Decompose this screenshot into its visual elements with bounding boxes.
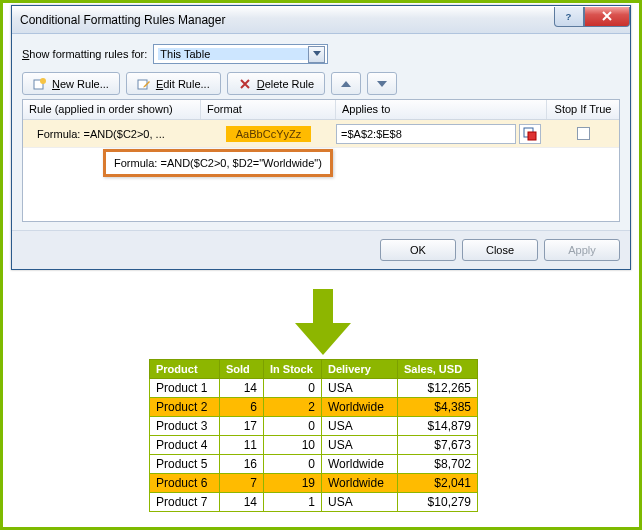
delete-rule-button[interactable]: Delete Rule: [227, 72, 326, 95]
dropdown-arrow-icon: [308, 46, 325, 63]
arrow-icon: [293, 289, 353, 355]
delete-rule-icon: [238, 77, 252, 91]
table-cell: Product 5: [150, 455, 220, 474]
table-header: In Stock: [264, 360, 322, 379]
table-cell: $14,879: [398, 417, 478, 436]
table-cell: $12,265: [398, 379, 478, 398]
table-cell: Product 4: [150, 436, 220, 455]
table-cell: $8,702: [398, 455, 478, 474]
table-cell: 10: [264, 436, 322, 455]
table-cell: 14: [220, 493, 264, 512]
table-row: Product 6719Worldwide$2,041: [150, 474, 478, 493]
table-cell: 0: [264, 417, 322, 436]
table-row: Product 3170USA$14,879: [150, 417, 478, 436]
dialog-title: Conditional Formatting Rules Manager: [20, 13, 225, 27]
table-header: Product: [150, 360, 220, 379]
show-rules-label-text: how formatting rules for:: [29, 48, 147, 60]
col-header-format: Format: [201, 100, 336, 119]
table-row: Product 1140USA$12,265: [150, 379, 478, 398]
show-rules-label: Show formatting rules for:: [22, 48, 147, 60]
table-cell: USA: [322, 417, 398, 436]
table-cell: Worldwide: [322, 455, 398, 474]
rule-formula-cell: Formula: =AND($C2>0, ...: [23, 128, 201, 140]
table-cell: 1: [264, 493, 322, 512]
table-cell: 2: [264, 398, 322, 417]
result-table: ProductSoldIn StockDeliverySales, USD Pr…: [149, 359, 478, 512]
table-cell: Worldwide: [322, 474, 398, 493]
table-row: Product 262Worldwide$4,385: [150, 398, 478, 417]
table-cell: 17: [220, 417, 264, 436]
new-rule-icon: [33, 77, 47, 91]
table-cell: Product 7: [150, 493, 220, 512]
chevron-up-icon: [341, 80, 351, 88]
table-cell: 0: [264, 379, 322, 398]
table-row: Product 41110USA$7,673: [150, 436, 478, 455]
svg-rect-5: [528, 132, 536, 140]
table-cell: 11: [220, 436, 264, 455]
table-header: Delivery: [322, 360, 398, 379]
table-cell: 14: [220, 379, 264, 398]
edit-rule-icon: [137, 77, 151, 91]
table-cell: Worldwide: [322, 398, 398, 417]
table-cell: USA: [322, 493, 398, 512]
table-row: Product 5160Worldwide$8,702: [150, 455, 478, 474]
table-header: Sold: [220, 360, 264, 379]
help-button[interactable]: ?: [554, 7, 584, 27]
formula-tooltip: Formula: =AND($C2>0, $D2="Worldwide"): [103, 149, 333, 177]
ok-button[interactable]: OK: [380, 239, 456, 261]
table-cell: USA: [322, 436, 398, 455]
table-cell: Product 3: [150, 417, 220, 436]
scope-dropdown-value: This Table: [158, 48, 308, 60]
range-picker-icon: [523, 127, 537, 141]
close-dialog-button[interactable]: Close: [462, 239, 538, 261]
table-cell: $10,279: [398, 493, 478, 512]
table-row: Product 7141USA$10,279: [150, 493, 478, 512]
table-cell: Product 6: [150, 474, 220, 493]
table-header: Sales, USD: [398, 360, 478, 379]
range-select-button[interactable]: [519, 124, 541, 144]
table-cell: USA: [322, 379, 398, 398]
col-header-stop: Stop If True: [547, 100, 619, 119]
stop-if-true-checkbox[interactable]: [577, 127, 590, 140]
delete-rule-label: elete Rule: [265, 78, 315, 90]
cf-rules-manager-dialog: Conditional Formatting Rules Manager ? S…: [11, 5, 631, 270]
applies-to-input[interactable]: [336, 124, 516, 144]
col-header-applies: Applies to: [336, 100, 547, 119]
table-cell: Product 1: [150, 379, 220, 398]
table-cell: $4,385: [398, 398, 478, 417]
move-down-button[interactable]: [367, 72, 397, 95]
table-cell: $7,673: [398, 436, 478, 455]
apply-button[interactable]: Apply: [544, 239, 620, 261]
table-cell: 7: [220, 474, 264, 493]
table-cell: 19: [264, 474, 322, 493]
new-rule-button[interactable]: New Rule...: [22, 72, 120, 95]
scope-dropdown[interactable]: This Table: [153, 44, 328, 64]
edit-rule-button[interactable]: Edit Rule...: [126, 72, 221, 95]
svg-text:?: ?: [566, 11, 572, 22]
table-cell: $2,041: [398, 474, 478, 493]
svg-point-2: [40, 78, 46, 84]
rule-row[interactable]: Formula: =AND($C2>0, ... AaBbCcYyZz: [23, 120, 619, 148]
dialog-titlebar[interactable]: Conditional Formatting Rules Manager ?: [12, 6, 630, 34]
new-rule-label: ew Rule...: [60, 78, 109, 90]
table-cell: 6: [220, 398, 264, 417]
table-cell: 16: [220, 455, 264, 474]
close-button[interactable]: [584, 7, 630, 27]
table-cell: 0: [264, 455, 322, 474]
col-header-rule: Rule (applied in order shown): [23, 100, 201, 119]
format-preview: AaBbCcYyZz: [226, 126, 311, 142]
move-up-button[interactable]: [331, 72, 361, 95]
edit-rule-label: dit Rule...: [163, 78, 209, 90]
chevron-down-icon: [377, 80, 387, 88]
table-cell: Product 2: [150, 398, 220, 417]
